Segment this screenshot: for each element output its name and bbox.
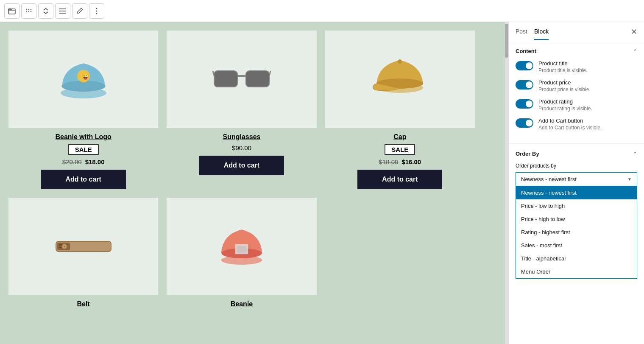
more-button[interactable] [89, 3, 104, 19]
order-chevron-up-icon[interactable]: ⌃ [633, 151, 637, 157]
original-price: $18.00 [379, 158, 398, 165]
order-dropdown-container: Newness - newest first ▼ Newness - newes… [516, 172, 637, 186]
toggle-row-3: Add to Cart button Add to Cart button is… [516, 117, 637, 131]
product-image-box [8, 198, 158, 295]
regular-price: $90.00 [232, 144, 251, 151]
price-row: $18.00 $16.00 [379, 158, 421, 165]
price-row: $20.00 $18.00 [62, 158, 105, 165]
add-to-cart-button[interactable]: Add to cart [199, 156, 284, 175]
order-option-5[interactable]: Title - alphabetical [516, 252, 637, 265]
svg-point-2 [28, 8, 29, 9]
toggle-switch-2[interactable] [516, 99, 533, 109]
sale-badge: SALE [68, 144, 99, 155]
toggle-label-group-1: Product price Product price is visible. [538, 79, 591, 92]
add-to-cart-button[interactable]: Add to cart [357, 170, 442, 189]
toggle-label-group-0: Product title Product title is visible. [538, 60, 587, 73]
svg-rect-19 [246, 71, 269, 87]
product-title[interactable]: Cap [393, 133, 406, 141]
sale-price: $16.00 [401, 158, 421, 165]
folder-button[interactable] [4, 3, 20, 19]
product-image-box [167, 198, 316, 295]
toggle-switch-1[interactable] [516, 80, 533, 89]
product-card-3: Cap SALE $18.00 $16.00 Add to cart [325, 31, 475, 189]
svg-point-11 [96, 10, 98, 11]
toggle-row-2: Product rating Product rating is visible… [516, 98, 637, 112]
tab-block[interactable]: Block [534, 28, 549, 40]
svg-point-34 [64, 246, 65, 247]
svg-text:😜: 😜 [81, 73, 89, 80]
product-image-box: 😜 [8, 31, 158, 128]
scrollbar-thumb[interactable] [505, 24, 508, 58]
product-title[interactable]: Sunglasses [223, 133, 261, 141]
order-option-0[interactable]: Newness - newest first [516, 186, 637, 199]
toggle-switch-0[interactable] [516, 61, 533, 70]
order-dropdown-value: Newness - newest first [521, 176, 577, 182]
product-title[interactable]: Belt [77, 300, 90, 308]
product-image-box [325, 31, 475, 128]
order-section: Order By ⌃ Order products by Newness - n… [509, 144, 644, 193]
panel-close-button[interactable]: ✕ [631, 27, 637, 41]
order-option-3[interactable]: Rating - highest first [516, 226, 637, 239]
content-section-title: Content [516, 48, 536, 54]
toggle-label-2: Product rating [538, 98, 592, 105]
main-layout: 😜 Beanie with Logo SALE $20.00 $18.00 Ad… [0, 22, 644, 344]
panel-tabs: Post Block ✕ [509, 22, 644, 41]
content-section-header: Content ⌃ [516, 48, 637, 54]
toggle-desc-0: Product title is visible. [538, 67, 587, 73]
product-title[interactable]: Beanie with Logo [55, 133, 111, 141]
sale-price: $18.00 [85, 158, 105, 165]
content-section: Content ⌃ Product title Product title is… [509, 41, 644, 144]
svg-rect-18 [214, 71, 237, 87]
order-products-by-label: Order products by [516, 163, 637, 169]
toggle-desc-3: Add to Cart button is visible. [538, 125, 602, 131]
toggle-label-0: Product title [538, 60, 587, 67]
canvas-scrollbar[interactable] [505, 22, 508, 344]
toggle-row-0: Product title Product title is visible. [516, 60, 637, 73]
toggle-desc-1: Product price is visible. [538, 87, 591, 92]
svg-point-5 [28, 11, 29, 11]
svg-point-6 [31, 11, 31, 11]
toggle-label-group-3: Add to Cart button Add to Cart button is… [538, 117, 602, 131]
order-option-2[interactable]: Price - high to low [516, 213, 637, 226]
order-option-4[interactable]: Sales - most first [516, 239, 637, 252]
order-option-1[interactable]: Price - low to high [516, 199, 637, 213]
order-section-title: Order By [516, 151, 539, 157]
toggle-label-3: Add to Cart button [538, 117, 602, 124]
product-card-4: Belt [8, 198, 158, 311]
product-title[interactable]: Beanie [231, 300, 253, 308]
dropdown-arrow-icon: ▼ [627, 177, 632, 182]
toggle-desc-2: Product rating is visible. [538, 106, 592, 112]
product-card-2: Sunglasses $90.00 Add to cart [167, 31, 316, 189]
svg-point-10 [96, 8, 98, 9]
toggle-row-1: Product price Product price is visible. [516, 79, 637, 92]
order-dropdown-list: Newness - newest firstPrice - low to hig… [516, 186, 637, 279]
right-panel: Post Block ✕ Content ⌃ Product title Pro… [508, 22, 644, 344]
svg-point-12 [96, 13, 98, 14]
toggle-label-group-2: Product rating Product rating is visible… [538, 98, 592, 112]
content-chevron-up-icon[interactable]: ⌃ [633, 48, 637, 54]
toggles-container: Product title Product title is visible. … [516, 60, 637, 131]
toggle-switch-3[interactable] [516, 118, 533, 128]
svg-rect-38 [237, 246, 246, 252]
svg-point-1 [26, 8, 27, 9]
product-image-box [167, 31, 316, 128]
sale-badge: SALE [385, 144, 415, 155]
order-dropdown-selected[interactable]: Newness - newest first ▼ [516, 172, 637, 186]
product-card-1: 😜 Beanie with Logo SALE $20.00 $18.00 Ad… [8, 31, 158, 189]
dots-button[interactable] [21, 3, 36, 19]
toggle-label-1: Product price [538, 79, 591, 86]
product-grid: 😜 Beanie with Logo SALE $20.00 $18.00 Ad… [8, 31, 475, 311]
pen-button[interactable] [72, 3, 87, 19]
product-card-5: Beanie [167, 198, 316, 311]
tab-post[interactable]: Post [516, 28, 527, 40]
arrows-button[interactable] [38, 3, 53, 19]
order-option-6[interactable]: Menu Order [516, 265, 637, 278]
lines-button[interactable] [55, 3, 70, 19]
add-to-cart-button[interactable]: Add to cart [41, 170, 126, 189]
original-price: $20.00 [62, 158, 82, 165]
svg-point-27 [398, 59, 402, 64]
canvas: 😜 Beanie with Logo SALE $20.00 $18.00 Ad… [0, 22, 505, 344]
toolbar [0, 0, 644, 22]
order-section-header: Order By ⌃ [516, 151, 637, 157]
svg-point-4 [26, 11, 27, 11]
